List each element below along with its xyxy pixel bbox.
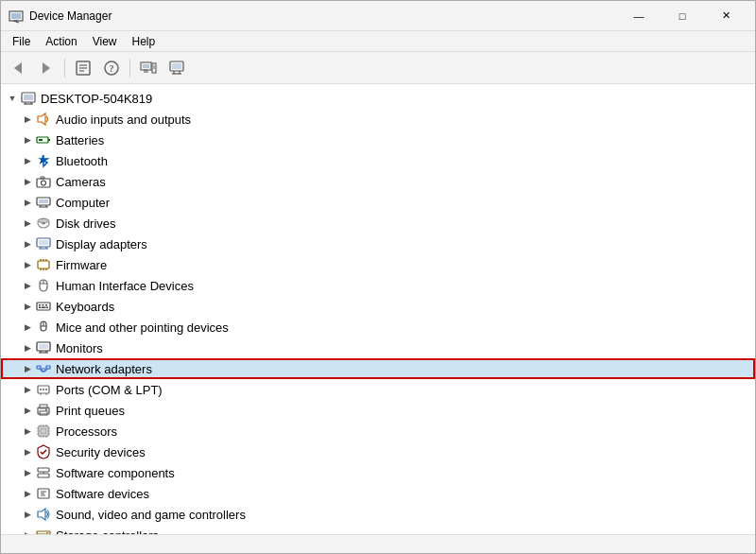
svg-rect-1	[11, 13, 21, 19]
computer-label: Computer	[56, 196, 110, 210]
tree-item-print[interactable]: ▶ Print queues	[1, 400, 755, 421]
tree-item-processors[interactable]: ▶	[1, 421, 755, 441]
batteries-expander[interactable]: ▶	[20, 132, 35, 147]
sound-label: Sound, video and game controllers	[56, 508, 246, 522]
sound-expander[interactable]: ▶	[20, 507, 35, 522]
tree-item-software-comp[interactable]: ▶ Software components	[1, 462, 755, 483]
ports-expander[interactable]: ▶	[20, 382, 35, 397]
disk-expander[interactable]: ▶	[20, 216, 35, 231]
forward-button[interactable]	[33, 56, 60, 80]
hid-icon	[35, 277, 52, 294]
tree-item-ports[interactable]: ▶ Ports (COM & LPT)	[1, 379, 755, 400]
computer-expander[interactable]: ▶	[20, 195, 35, 210]
tree-item-network[interactable]: ▶ Network adapters	[1, 358, 755, 379]
disk-icon	[35, 215, 52, 232]
tree-item-monitors[interactable]: ▶ Monitors	[1, 338, 755, 358]
print-icon	[35, 402, 52, 419]
svg-marker-110	[38, 509, 45, 520]
monitors-label: Monitors	[56, 341, 103, 355]
mice-expander[interactable]: ▶	[20, 320, 35, 335]
minimize-button[interactable]: —	[617, 1, 661, 31]
network-expander[interactable]: ▶	[20, 361, 35, 376]
svg-rect-90	[41, 428, 46, 434]
tree-item-batteries[interactable]: ▶ Batteries	[1, 130, 755, 150]
monitors-expander[interactable]: ▶	[20, 340, 35, 355]
software-comp-label: Software components	[56, 466, 175, 480]
window-controls: — □ ✕	[617, 1, 747, 31]
tree-item-sound[interactable]: ▶ Sound, video and game controllers	[1, 504, 755, 525]
audio-expander[interactable]: ▶	[20, 112, 35, 127]
keyboards-label: Keyboards	[56, 300, 114, 314]
tree-item-disk[interactable]: ▶ Disk drives	[1, 213, 755, 234]
menu-view[interactable]: View	[85, 33, 125, 50]
tree-item-storage[interactable]: ▶ Storage controllers	[1, 525, 755, 534]
tree-item-display[interactable]: ▶ Display adapters	[1, 234, 755, 254]
batteries-icon	[35, 131, 52, 148]
svg-rect-37	[39, 199, 48, 203]
root-icon	[20, 90, 37, 107]
properties-button[interactable]	[70, 56, 96, 80]
processors-expander[interactable]: ▶	[20, 424, 35, 439]
audio-icon	[35, 111, 52, 128]
root-expander[interactable]: ▼	[5, 91, 20, 106]
svg-rect-104	[38, 474, 49, 477]
menu-action[interactable]: Action	[38, 33, 84, 50]
firmware-icon	[35, 256, 52, 273]
svg-rect-59	[37, 303, 50, 310]
network-label: Network adapters	[56, 362, 152, 376]
batteries-label: Batteries	[56, 133, 104, 147]
mice-icon	[35, 319, 52, 336]
svg-rect-32	[39, 139, 43, 141]
svg-rect-103	[38, 468, 49, 472]
tree-item-firmware[interactable]: ▶ Firmware	[1, 254, 755, 275]
window-title: Device Manager	[29, 9, 617, 23]
svg-rect-60	[39, 304, 41, 306]
tree-item-computer[interactable]: ▶ Computer	[1, 192, 755, 213]
security-expander[interactable]: ▶	[20, 444, 35, 459]
tree-item-bluetooth[interactable]: ▶ Bluetooth	[1, 150, 755, 171]
svg-rect-62	[45, 304, 47, 306]
print-expander[interactable]: ▶	[20, 403, 35, 418]
tree-item-software-dev[interactable]: ▶ Software devices	[1, 483, 755, 504]
toolbar-divider-1	[64, 59, 65, 78]
monitor-toolbar-icon[interactable]	[163, 56, 190, 80]
display-label: Display adapters	[56, 237, 147, 251]
svg-rect-61	[43, 304, 44, 306]
menu-help[interactable]: Help	[125, 33, 163, 50]
tree-root[interactable]: ▼ DESKTOP-504K819	[1, 88, 755, 109]
keyboards-expander[interactable]: ▶	[20, 299, 35, 314]
mice-label: Mice and other pointing devices	[56, 320, 229, 335]
maximize-button[interactable]: □	[661, 1, 704, 31]
firmware-expander[interactable]: ▶	[20, 257, 35, 272]
storage-expander[interactable]: ▶	[20, 528, 35, 534]
computer-icon	[35, 194, 52, 211]
tree-item-security[interactable]: ▶ Security devices	[1, 441, 755, 462]
tree-item-keyboards[interactable]: ▶ Keyboards	[1, 296, 755, 317]
software-dev-expander[interactable]: ▶	[20, 486, 35, 501]
security-icon	[35, 443, 52, 460]
tree-item-audio[interactable]: ▶ Audio inputs and outputs	[1, 109, 755, 130]
svg-point-82	[45, 389, 47, 390]
menu-file[interactable]: File	[5, 33, 38, 50]
tree-item-hid[interactable]: ▶ Human Interface Devices	[1, 275, 755, 296]
bluetooth-expander[interactable]: ▶	[20, 153, 35, 168]
cameras-icon	[35, 173, 52, 190]
tree-item-mice[interactable]: ▶ Mice and other pointing devices	[1, 317, 755, 338]
processors-label: Processors	[56, 424, 117, 439]
hid-expander[interactable]: ▶	[20, 278, 35, 293]
device-manager-toolbar-icon[interactable]	[135, 56, 162, 80]
content-area[interactable]: ▼ DESKTOP-504K819 ▶	[1, 84, 755, 534]
svg-rect-45	[39, 240, 48, 245]
back-button[interactable]	[5, 56, 31, 80]
close-button[interactable]: ✕	[704, 1, 747, 31]
cameras-expander[interactable]: ▶	[20, 174, 35, 189]
svg-rect-70	[39, 344, 48, 349]
help-button[interactable]: ?	[98, 56, 125, 80]
root-label: DESKTOP-504K819	[41, 92, 152, 106]
tree-item-cameras[interactable]: ▶ Cameras	[1, 171, 755, 192]
svg-rect-13	[143, 64, 149, 68]
display-expander[interactable]: ▶	[20, 236, 35, 251]
security-label: Security devices	[56, 445, 146, 459]
software-comp-expander[interactable]: ▶	[20, 465, 35, 480]
bluetooth-icon	[35, 152, 52, 169]
